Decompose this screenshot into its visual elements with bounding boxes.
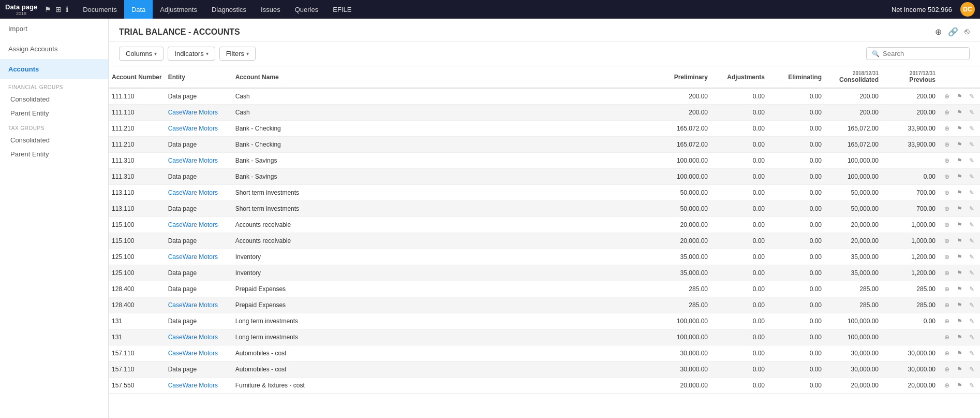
flag-row-icon[interactable]: ⚑ (954, 155, 964, 166)
flag-row-icon[interactable]: ⚑ (954, 252, 964, 262)
sidebar-fg-parent-entity[interactable]: Parent Entity (0, 106, 108, 120)
flag-icon[interactable]: ⚑ (44, 5, 51, 13)
add-row-icon[interactable]: ⊕ (942, 91, 952, 102)
cell-account-name: Bank - Checking (232, 121, 654, 137)
flag-row-icon[interactable]: ⚑ (954, 139, 964, 150)
edit-row-icon[interactable]: ✎ (967, 348, 977, 358)
nav-item-efile[interactable]: EFILE (325, 0, 359, 19)
nav-item-data[interactable]: Data (124, 0, 153, 19)
flag-row-icon[interactable]: ⚑ (954, 107, 964, 118)
cell-eliminating: 0.00 (768, 329, 825, 345)
edit-row-icon[interactable]: ✎ (967, 123, 977, 134)
edit-row-icon[interactable]: ✎ (967, 171, 977, 182)
add-row-icon[interactable]: ⊕ (942, 220, 952, 230)
flag-row-icon[interactable]: ⚑ (954, 380, 964, 391)
columns-button[interactable]: Columns ▾ (119, 47, 164, 61)
sidebar-tg-consolidated[interactable]: Consolidated (0, 133, 108, 147)
cell-eliminating: 0.00 (768, 185, 825, 201)
edit-row-icon[interactable]: ✎ (967, 236, 977, 246)
add-row-icon[interactable]: ⊕ (942, 155, 952, 166)
cell-adjustments: 0.00 (711, 345, 768, 362)
cell-account-name: Prepaid Expenses (232, 297, 654, 313)
cell-eliminating: 0.00 (768, 265, 825, 281)
add-row-icon[interactable]: ⊕ (942, 236, 952, 246)
search-input[interactable] (883, 50, 964, 57)
edit-row-icon[interactable]: ✎ (967, 188, 977, 198)
add-row-icon[interactable]: ⊕ (942, 284, 952, 294)
external-link-icon[interactable]: ⎋ (964, 27, 970, 37)
edit-row-icon[interactable]: ✎ (967, 300, 977, 310)
flag-row-icon[interactable]: ⚑ (954, 188, 964, 198)
add-row-icon[interactable]: ⊕ (942, 171, 952, 182)
nav-item-queries[interactable]: Queries (288, 0, 326, 19)
edit-row-icon[interactable]: ✎ (967, 332, 977, 342)
edit-row-icon[interactable]: ✎ (967, 220, 977, 230)
indicators-button[interactable]: Indicators ▾ (168, 47, 215, 61)
flag-row-icon[interactable]: ⚑ (954, 123, 964, 134)
cell-account: 131 (109, 313, 165, 329)
edit-row-icon[interactable]: ✎ (967, 139, 977, 150)
flag-row-icon[interactable]: ⚑ (954, 268, 964, 278)
flag-row-icon[interactable]: ⚑ (954, 332, 964, 342)
flag-row-icon[interactable]: ⚑ (954, 284, 964, 294)
flag-row-icon[interactable]: ⚑ (954, 236, 964, 246)
nav-item-documents[interactable]: Documents (76, 0, 124, 19)
flag-row-icon[interactable]: ⚑ (954, 300, 964, 310)
user-badge[interactable]: DC (960, 2, 975, 17)
add-row-icon[interactable]: ⊕ (942, 380, 952, 391)
filters-button[interactable]: Filters ▾ (219, 47, 256, 61)
cell-consolidated: 30,000.00 (825, 345, 882, 362)
edit-row-icon[interactable]: ✎ (967, 364, 977, 374)
cell-previous (882, 153, 939, 169)
add-row-icon[interactable]: ⊕ (942, 188, 952, 198)
cell-eliminating: 0.00 (768, 378, 825, 394)
edit-row-icon[interactable]: ✎ (967, 380, 977, 391)
flag-row-icon[interactable]: ⚑ (954, 204, 964, 214)
nav-item-diagnostics[interactable]: Diagnostics (204, 0, 254, 19)
flag-row-icon[interactable]: ⚑ (954, 171, 964, 182)
edit-row-icon[interactable]: ✎ (967, 268, 977, 278)
add-row-icon[interactable]: ⊕ (942, 364, 952, 374)
add-row-icon[interactable]: ⊕ (942, 107, 952, 118)
edit-row-icon[interactable]: ✎ (967, 107, 977, 118)
search-box[interactable]: 🔍 (866, 47, 970, 60)
add-row-icon[interactable]: ⊕ (942, 252, 952, 262)
cell-preliminary: 50,000.00 (654, 201, 711, 217)
sidebar-fg-consolidated[interactable]: Consolidated (0, 92, 108, 106)
cell-account-name: Long term investments (232, 313, 654, 329)
nav-item-adjustments[interactable]: Adjustments (153, 0, 204, 19)
edit-row-icon[interactable]: ✎ (967, 91, 977, 102)
cell-entity: Data page (165, 169, 232, 185)
flag-row-icon[interactable]: ⚑ (954, 364, 964, 374)
cell-account-name: Bank - Savings (232, 153, 654, 169)
org-chart-icon[interactable]: ⊞ (55, 5, 62, 13)
sidebar-item-assign-accounts[interactable]: Assign Accounts (0, 39, 108, 59)
add-row-icon[interactable]: ⊕ (942, 123, 952, 134)
add-row-icon[interactable]: ⊕ (942, 348, 952, 358)
nav-item-issues[interactable]: Issues (254, 0, 288, 19)
flag-row-icon[interactable]: ⚑ (954, 348, 964, 358)
sidebar-item-import[interactable]: Import (0, 19, 108, 39)
add-row-icon[interactable]: ⊕ (942, 316, 952, 326)
flag-row-icon[interactable]: ⚑ (954, 91, 964, 102)
edit-row-icon[interactable]: ✎ (967, 316, 977, 326)
sidebar-tg-parent-entity[interactable]: Parent Entity (0, 147, 108, 161)
sidebar-item-accounts[interactable]: Accounts (0, 59, 108, 79)
flag-row-icon[interactable]: ⚑ (954, 220, 964, 230)
add-icon[interactable]: ⊕ (935, 27, 942, 37)
link-icon[interactable]: 🔗 (948, 27, 958, 37)
add-row-icon[interactable]: ⊕ (942, 332, 952, 342)
cell-account-name: Short term investments (232, 185, 654, 201)
add-row-icon[interactable]: ⊕ (942, 268, 952, 278)
edit-row-icon[interactable]: ✎ (967, 284, 977, 294)
cell-preliminary: 20,000.00 (654, 233, 711, 249)
edit-row-icon[interactable]: ✎ (967, 252, 977, 262)
edit-row-icon[interactable]: ✎ (967, 204, 977, 214)
add-row-icon[interactable]: ⊕ (942, 204, 952, 214)
info-icon[interactable]: ℹ (66, 5, 68, 13)
add-row-icon[interactable]: ⊕ (942, 300, 952, 310)
flag-row-icon[interactable]: ⚑ (954, 316, 964, 326)
add-row-icon[interactable]: ⊕ (942, 139, 952, 150)
edit-row-icon[interactable]: ✎ (967, 155, 977, 166)
cell-account-name: Bank - Savings (232, 169, 654, 185)
